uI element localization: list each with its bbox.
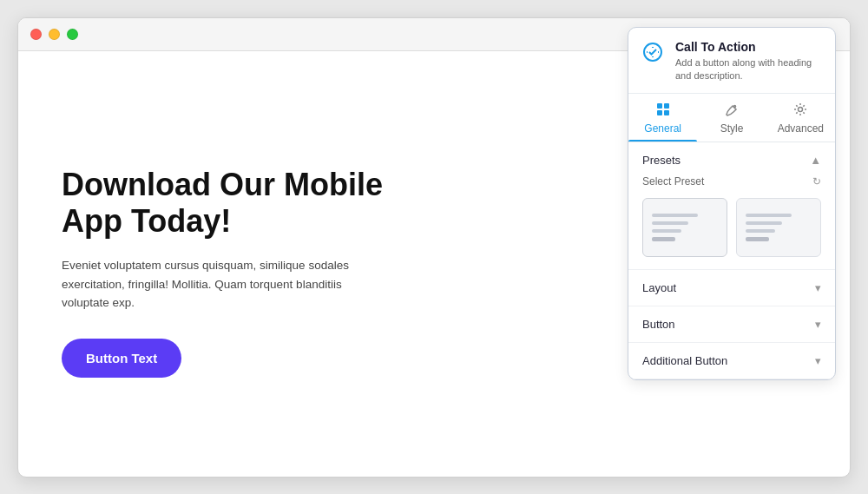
advanced-icon bbox=[793, 102, 807, 119]
section-button[interactable]: Button ▾ bbox=[628, 306, 835, 343]
tab-style[interactable]: Style bbox=[697, 94, 766, 142]
call-to-action-icon bbox=[642, 42, 667, 66]
thumb-line-btn-2 bbox=[746, 237, 769, 241]
panel-description: Add a button along with heading and desc… bbox=[675, 56, 821, 83]
tab-general-label: General bbox=[644, 122, 681, 135]
settings-panel: Call To Action Add a button along with h… bbox=[628, 27, 836, 381]
preset-thumb-2[interactable] bbox=[736, 198, 821, 257]
button-chevron-icon: ▾ bbox=[815, 318, 821, 331]
preset-thumb-1[interactable] bbox=[642, 198, 727, 257]
presets-label: Presets bbox=[642, 154, 681, 167]
thumb-line-1 bbox=[652, 214, 698, 217]
presets-chevron-up-icon: ▲ bbox=[810, 154, 821, 167]
presets-section: Presets ▲ Select Preset ↻ bbox=[628, 142, 835, 270]
thumb-line-3 bbox=[652, 229, 681, 233]
general-icon bbox=[656, 102, 670, 119]
thumb-line-btn-1 bbox=[652, 237, 675, 241]
additional-button-label: Additional Button bbox=[642, 354, 727, 367]
button-label: Button bbox=[642, 318, 675, 331]
section-additional-button[interactable]: Additional Button ▾ bbox=[628, 343, 835, 379]
panel-header: Call To Action Add a button along with h… bbox=[628, 28, 835, 95]
panel-body: Presets ▲ Select Preset ↻ bbox=[628, 142, 835, 379]
panel-header-text: Call To Action Add a button along with h… bbox=[675, 40, 821, 83]
browser-content: Download Our Mobile App Today! Eveniet v… bbox=[18, 51, 850, 477]
layout-chevron-icon: ▾ bbox=[815, 281, 821, 294]
svg-point-6 bbox=[799, 108, 803, 112]
tab-advanced[interactable]: Advanced bbox=[766, 94, 835, 142]
tab-style-label: Style bbox=[720, 122, 744, 135]
style-icon bbox=[725, 102, 739, 119]
cta-button[interactable]: Button Text bbox=[62, 339, 181, 378]
svg-rect-2 bbox=[664, 103, 669, 109]
svg-point-5 bbox=[733, 106, 735, 108]
thumb-line-6 bbox=[746, 229, 775, 233]
traffic-light-green[interactable] bbox=[67, 29, 78, 40]
additional-button-chevron-icon: ▾ bbox=[815, 354, 821, 367]
layout-label: Layout bbox=[642, 281, 676, 294]
traffic-light-yellow[interactable] bbox=[49, 29, 60, 40]
browser-window: Download Our Mobile App Today! Eveniet v… bbox=[17, 17, 851, 478]
section-layout[interactable]: Layout ▾ bbox=[628, 270, 835, 306]
tab-advanced-label: Advanced bbox=[778, 122, 824, 135]
panel-title: Call To Action bbox=[675, 40, 821, 54]
presets-header[interactable]: Presets ▲ bbox=[642, 142, 821, 175]
thumb-line-2 bbox=[652, 221, 688, 225]
select-preset-refresh-icon[interactable]: ↻ bbox=[812, 175, 821, 188]
traffic-light-red[interactable] bbox=[30, 29, 42, 40]
svg-rect-3 bbox=[657, 110, 662, 115]
preset-thumbnails bbox=[642, 198, 821, 257]
thumb-line-5 bbox=[746, 221, 782, 225]
tab-general[interactable]: General bbox=[628, 94, 697, 142]
page-heading: Download Our Mobile App Today! bbox=[62, 167, 391, 239]
select-preset-row: Select Preset ↻ bbox=[642, 175, 821, 188]
thumb-line-4 bbox=[746, 214, 792, 217]
svg-rect-4 bbox=[664, 110, 669, 115]
panel-tabs: General Style bbox=[628, 94, 835, 142]
svg-rect-1 bbox=[657, 103, 662, 109]
page-description: Eveniet voluptatem cursus quisquam, simi… bbox=[62, 256, 374, 313]
select-preset-label: Select Preset bbox=[642, 175, 704, 188]
